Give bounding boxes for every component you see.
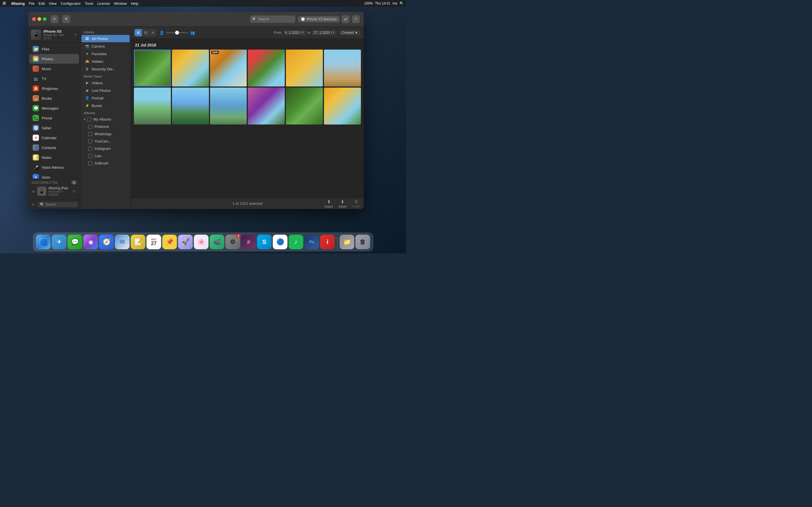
dock-item-files[interactable]: 📁: [340, 235, 354, 249]
photo-9[interactable]: [210, 88, 247, 124]
add-device-button[interactable]: +: [31, 202, 36, 207]
middle-item-camera[interactable]: 📷 Camera: [82, 43, 130, 50]
maximize-button[interactable]: [43, 17, 47, 21]
menubar-tools[interactable]: Tools: [85, 1, 93, 6]
menubar-file[interactable]: File: [29, 1, 35, 6]
middle-item-recently-deleted[interactable]: 🗑 Recently Del...: [82, 65, 130, 73]
middle-item-live-photos[interactable]: ◉ Live Photos: [82, 87, 130, 94]
sidebar-item-phone[interactable]: 📞 Phone: [29, 113, 79, 123]
dock-item-spotify[interactable]: ♪: [289, 235, 303, 249]
menubar-search-icon[interactable]: 🔍: [400, 1, 404, 5]
apple-menu[interactable]: ⌘: [2, 1, 6, 6]
to-date-stepper[interactable]: ⬆⬇: [330, 31, 335, 34]
dock-item-siri[interactable]: ◉: [84, 235, 98, 249]
from-date-input[interactable]: 4. 2.2015 ⬆⬇: [283, 30, 306, 35]
dock-item-notes[interactable]: 📝: [131, 235, 146, 249]
photo-2[interactable]: [172, 50, 209, 87]
sidebar-item-books[interactable]: 📚 Books: [29, 94, 79, 103]
menubar-app-name[interactable]: iMazing: [11, 1, 25, 6]
minimize-button[interactable]: [38, 17, 41, 21]
from-date-stepper[interactable]: ⬆⬇: [300, 31, 304, 34]
photo-6[interactable]: [324, 50, 361, 87]
refresh-button[interactable]: ↻: [50, 15, 58, 23]
sidebar-item-safari[interactable]: 🧭 Safari: [29, 123, 79, 133]
sidebar-item-music[interactable]: 🎵 Music: [29, 64, 79, 73]
middle-item-pinterest[interactable]: Pinterest: [82, 123, 130, 130]
dock-item-stickies[interactable]: 📌: [162, 235, 177, 249]
middle-item-instagram[interactable]: Instagram: [82, 145, 130, 152]
photo-3[interactable]: HDR: [210, 50, 247, 87]
menubar-configurator[interactable]: Configurator: [61, 1, 81, 6]
middle-item-bursts[interactable]: ⚡ Bursts: [82, 102, 130, 109]
export-button[interactable]: ⬆ Export: [325, 199, 333, 208]
backup-selector[interactable]: 🕐 iPhone XS Backups: [298, 16, 340, 22]
photo-8[interactable]: [172, 88, 209, 124]
dock-item-mail[interactable]: ✉: [115, 235, 130, 249]
middle-item-hidden[interactable]: 🙈 Hidden: [82, 58, 130, 65]
photo-12[interactable]: [324, 88, 361, 124]
dock-item-telegram[interactable]: ✈: [52, 235, 66, 249]
to-date-input[interactable]: 27. 2.2020 ⬆⬇: [312, 30, 337, 35]
photo-11[interactable]: [286, 88, 323, 124]
sidebar-item-files[interactable]: 📁 Files: [29, 44, 79, 54]
view-large-grid-button[interactable]: ⊞: [135, 29, 142, 36]
menubar-license[interactable]: License: [97, 1, 110, 6]
sidebar-item-messages[interactable]: 💬 Messages: [29, 103, 79, 113]
photo-5[interactable]: [286, 50, 323, 87]
menubar-window[interactable]: Window: [114, 1, 127, 6]
dock-item-slack[interactable]: #: [241, 235, 256, 249]
dock-item-skype[interactable]: S: [257, 235, 272, 249]
photo-7[interactable]: [134, 88, 171, 124]
sort-selector[interactable]: Created ▼: [339, 30, 360, 36]
sidebar-item-ringtones[interactable]: 🔔 Ringtones: [29, 83, 79, 93]
dock-item-safari[interactable]: 🧭: [99, 235, 114, 249]
view-list-button[interactable]: ≡: [149, 29, 156, 36]
view-small-grid-button[interactable]: ⊟: [142, 29, 149, 36]
expand-button[interactable]: ⇄: [342, 15, 350, 23]
dock-item-imazing[interactable]: i: [320, 235, 335, 249]
dock-item-calendar[interactable]: DEC 27: [147, 235, 161, 249]
middle-item-youcam[interactable]: YouCam...: [82, 138, 130, 145]
slider-thumb[interactable]: [175, 31, 179, 35]
middle-item-whatsapp[interactable]: WhatsApp: [82, 130, 130, 137]
middle-item-lulu[interactable]: Lulu: [82, 152, 130, 159]
device-header[interactable]: 📱 iPhone XS iPhone XS · iOS 13.3.1 ▼: [28, 26, 80, 43]
middle-item-my-albums[interactable]: ▶ My Albums: [82, 116, 130, 123]
dock-item-facetime[interactable]: 📹: [210, 235, 224, 249]
middle-item-airbrush[interactable]: AirBrush: [82, 160, 130, 167]
close-button[interactable]: [32, 17, 36, 21]
menubar-edit[interactable]: Edit: [39, 1, 45, 6]
dock-item-finder[interactable]: 🔵: [36, 235, 51, 249]
sidebar-item-calendar[interactable]: 4 Calendar: [29, 133, 79, 143]
menubar-view[interactable]: View: [49, 1, 57, 6]
photo-10[interactable]: [248, 88, 285, 124]
sidebar-search[interactable]: 🔍 Search: [38, 202, 78, 207]
sidebar-item-tv[interactable]: 📺 TV: [29, 74, 79, 83]
sidebar-item-photos[interactable]: 🌅 Photos: [29, 54, 79, 64]
people-slider[interactable]: 👤 👥: [159, 31, 195, 35]
dock-item-trash[interactable]: 🗑: [356, 235, 370, 249]
middle-item-portrait[interactable]: 👤 Portrait: [82, 94, 130, 102]
menubar-help[interactable]: Help: [131, 1, 139, 6]
middle-item-favorites[interactable]: ♥ Favorites: [82, 50, 130, 57]
sidebar-item-apps[interactable]: A Apps: [29, 172, 79, 179]
eye-button[interactable]: 👁: [62, 15, 70, 23]
photo-1[interactable]: [134, 50, 171, 87]
dock-item-settings[interactable]: ⚙ 1: [225, 235, 240, 249]
sidebar-item-contacts[interactable]: 👤 Contacts: [29, 143, 79, 152]
middle-item-videos[interactable]: ▶ Videos: [82, 79, 130, 87]
dock-item-launchpad[interactable]: 🚀: [178, 235, 193, 249]
sidebar-item-notes[interactable]: 📝 Notes: [29, 153, 79, 162]
search-bar[interactable]: 🔍 Search: [250, 15, 295, 23]
middle-item-all-photos[interactable]: 🖼 All Photos: [82, 35, 130, 42]
sidebar-item-voicememos[interactable]: 🎤 Voice Memos: [29, 163, 79, 172]
dock-item-photos[interactable]: 🌸: [194, 235, 209, 249]
delete-button[interactable]: 🗑 Delete: [352, 199, 360, 208]
slider-track[interactable]: [166, 32, 188, 33]
dock-item-photoshop[interactable]: Ps: [305, 235, 319, 249]
photo-4[interactable]: [248, 50, 285, 87]
help-button[interactable]: ?: [352, 15, 360, 23]
ipad-device[interactable]: ▶ 📱 iMazing iPad iPad mini 4 · iPadOS ↺: [32, 184, 77, 198]
import-button[interactable]: ⬇ Import: [339, 199, 347, 208]
dock-item-messages[interactable]: 💬: [68, 235, 82, 249]
